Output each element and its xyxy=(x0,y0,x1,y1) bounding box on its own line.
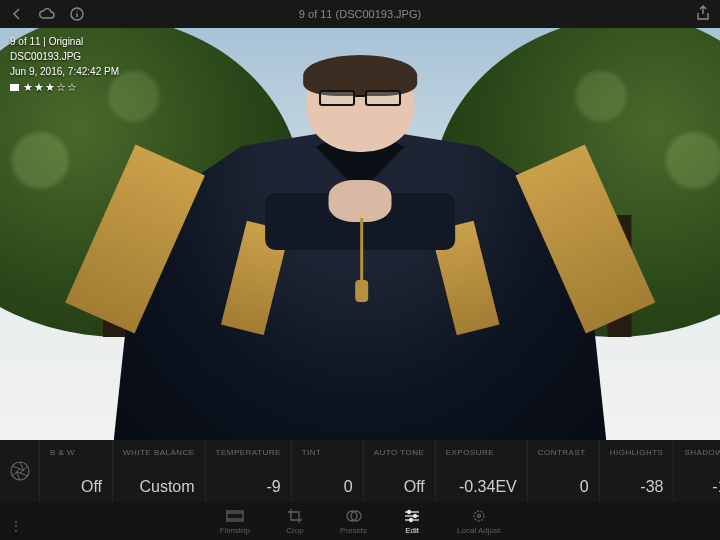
bottom-toolbar: ⋮ Filmstrip Crop Presets Edit Local Adju… xyxy=(0,502,720,540)
param-shadows[interactable]: SHADOWS-13 xyxy=(673,440,720,502)
aperture-icon[interactable] xyxy=(0,440,40,502)
svg-point-22 xyxy=(477,514,480,517)
tool-crop[interactable]: Crop xyxy=(286,508,304,535)
svg-point-2 xyxy=(76,10,77,11)
param-tint[interactable]: TINT0 xyxy=(291,440,363,502)
svg-point-20 xyxy=(410,518,413,521)
adjustments-strip: B & WOff WHITE BALANCECustom TEMPERATURE… xyxy=(0,440,720,502)
overlay-rating: ★★★☆☆ xyxy=(10,79,119,96)
tool-edit[interactable]: Edit xyxy=(403,508,421,535)
svg-point-19 xyxy=(414,514,417,517)
info-icon[interactable] xyxy=(70,7,84,21)
cloud-icon[interactable] xyxy=(38,7,56,21)
back-icon[interactable] xyxy=(10,7,24,21)
param-highlights[interactable]: HIGHLIGHTS-38 xyxy=(599,440,674,502)
param-contrast[interactable]: CONTRAST0 xyxy=(527,440,599,502)
svg-point-18 xyxy=(408,510,411,513)
image-counter: 9 of 11 (DSC00193.JPG) xyxy=(0,8,720,20)
tool-presets[interactable]: Presets xyxy=(340,508,367,535)
param-bw[interactable]: B & WOff xyxy=(40,440,112,502)
more-icon[interactable]: ⋮ xyxy=(10,524,22,528)
param-temperature[interactable]: TEMPERATURE-9 xyxy=(205,440,291,502)
image-canvas[interactable]: 9 of 11 | Original DSC00193.JPG Jun 9, 2… xyxy=(0,28,720,440)
svg-line-9 xyxy=(12,466,23,470)
tool-local-adjust[interactable]: Local Adjust xyxy=(457,508,500,535)
overlay-timestamp: Jun 9, 2016, 7:42:42 PM xyxy=(10,64,119,79)
share-icon[interactable] xyxy=(696,5,710,21)
svg-point-3 xyxy=(11,462,29,480)
adjustment-params[interactable]: B & WOff WHITE BALANCECustom TEMPERATURE… xyxy=(40,440,720,502)
metadata-overlay: 9 of 11 | Original DSC00193.JPG Jun 9, 2… xyxy=(10,34,119,96)
svg-line-6 xyxy=(17,472,28,476)
svg-point-21 xyxy=(474,511,484,521)
top-bar: 9 of 11 (DSC00193.JPG) xyxy=(0,0,720,28)
overlay-index: 9 of 11 | Original xyxy=(10,34,119,49)
tool-filmstrip[interactable]: Filmstrip xyxy=(220,508,250,535)
param-white-balance[interactable]: WHITE BALANCECustom xyxy=(112,440,205,502)
param-auto-tone[interactable]: AUTO TONEOff xyxy=(363,440,435,502)
overlay-filename: DSC00193.JPG xyxy=(10,49,119,64)
param-exposure[interactable]: EXPOSURE-0.34EV xyxy=(435,440,527,502)
